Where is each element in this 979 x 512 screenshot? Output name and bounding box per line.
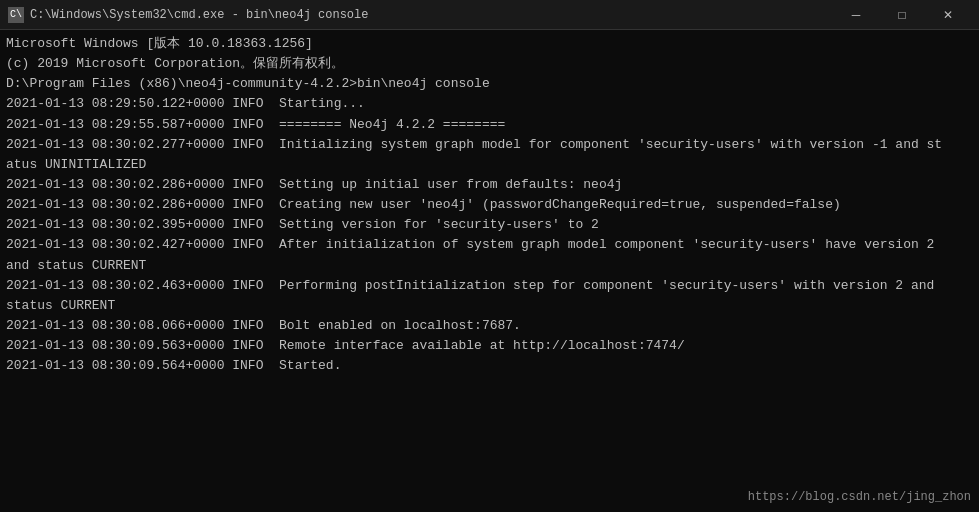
console-line: 2021-01-13 08:30:02.286+0000 INFO Settin… <box>6 175 973 195</box>
watermark: https://blog.csdn.net/jing_zhon <box>748 490 971 504</box>
cmd-icon: C\ <box>8 7 24 23</box>
console-line: 2021-01-13 08:30:02.463+0000 INFO Perfor… <box>6 276 973 296</box>
console-area: Microsoft Windows [版本 10.0.18363.1256](c… <box>0 30 979 512</box>
console-line: atus UNINITIALIZED <box>6 155 973 175</box>
title-bar-text: C:\Windows\System32\cmd.exe - bin\neo4j … <box>30 8 368 22</box>
title-bar-left: C\ C:\Windows\System32\cmd.exe - bin\neo… <box>8 7 368 23</box>
console-line: 2021-01-13 08:30:02.277+0000 INFO Initia… <box>6 135 973 155</box>
console-line: 2021-01-13 08:29:55.587+0000 INFO ======… <box>6 115 973 135</box>
console-line: 2021-01-13 08:30:02.286+0000 INFO Creati… <box>6 195 973 215</box>
title-bar-controls: ─ □ ✕ <box>833 0 971 30</box>
console-line: 2021-01-13 08:30:09.564+0000 INFO Starte… <box>6 356 973 376</box>
maximize-button[interactable]: □ <box>879 0 925 30</box>
console-line: 2021-01-13 08:30:08.066+0000 INFO Bolt e… <box>6 316 973 336</box>
title-bar: C\ C:\Windows\System32\cmd.exe - bin\neo… <box>0 0 979 30</box>
console-line: 2021-01-13 08:30:02.427+0000 INFO After … <box>6 235 973 255</box>
console-line: (c) 2019 Microsoft Corporation。保留所有权利。 <box>6 54 973 74</box>
console-line: and status CURRENT <box>6 256 973 276</box>
close-button[interactable]: ✕ <box>925 0 971 30</box>
console-line: Microsoft Windows [版本 10.0.18363.1256] <box>6 34 973 54</box>
console-output: Microsoft Windows [版本 10.0.18363.1256](c… <box>6 34 973 376</box>
console-line: 2021-01-13 08:29:50.122+0000 INFO Starti… <box>6 94 973 114</box>
console-line: D:\Program Files (x86)\neo4j-community-4… <box>6 74 973 94</box>
console-line: 2021-01-13 08:30:09.563+0000 INFO Remote… <box>6 336 973 356</box>
minimize-button[interactable]: ─ <box>833 0 879 30</box>
console-line: status CURRENT <box>6 296 973 316</box>
console-line: 2021-01-13 08:30:02.395+0000 INFO Settin… <box>6 215 973 235</box>
